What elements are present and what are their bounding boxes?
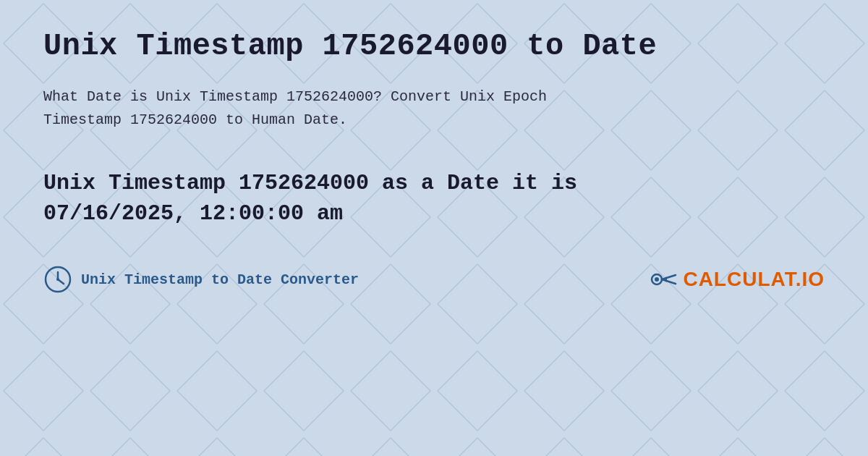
svg-line-10 bbox=[662, 279, 676, 284]
logo-text-main: CALCULAT bbox=[683, 268, 795, 290]
logo: CALCULAT.IO bbox=[648, 265, 825, 294]
result-line2: 07/16/2025, 12:00:00 am bbox=[43, 201, 343, 226]
clock-icon bbox=[43, 265, 72, 294]
result-text: Unix Timestamp 1752624000 as a Date it i… bbox=[43, 168, 825, 229]
svg-point-6 bbox=[56, 278, 59, 281]
logo-icon bbox=[648, 265, 677, 294]
logo-text: CALCULAT.IO bbox=[683, 268, 825, 291]
result-line1: Unix Timestamp 1752624000 as a Date it i… bbox=[43, 171, 577, 195]
result-section: Unix Timestamp 1752624000 as a Date it i… bbox=[43, 168, 825, 229]
description-line2: Timestamp 1752624000 to Human Date. bbox=[43, 111, 347, 128]
logo-text-accent: .IO bbox=[796, 268, 825, 290]
page-title: Unix Timestamp 1752624000 to Date bbox=[43, 29, 825, 64]
footer: Unix Timestamp to Date Converter CALCULA… bbox=[43, 265, 825, 294]
svg-point-8 bbox=[655, 277, 659, 282]
description-line1: What Date is Unix Timestamp 1752624000? … bbox=[43, 88, 547, 105]
description: What Date is Unix Timestamp 1752624000? … bbox=[43, 85, 825, 132]
footer-converter-label: Unix Timestamp to Date Converter bbox=[43, 265, 359, 294]
footer-label-text: Unix Timestamp to Date Converter bbox=[81, 271, 359, 288]
svg-line-9 bbox=[662, 275, 676, 279]
